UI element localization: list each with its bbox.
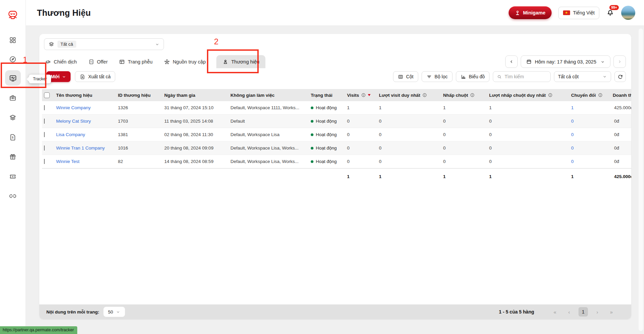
avatar[interactable] (621, 6, 635, 20)
sidebar-item-campaign-layers[interactable] (9, 114, 17, 123)
last-page-button[interactable]: » (607, 307, 616, 317)
workspace: Default, Workspace Lisa (230, 132, 311, 137)
page-title: Thương Hiệu (37, 8, 91, 18)
brand-name-link[interactable]: Winnie Company (56, 105, 118, 110)
tracker-pulse-icon (9, 74, 17, 82)
unique-clicks: 1 (489, 105, 571, 110)
tab-trang-pheu[interactable]: Trang phễu (118, 55, 153, 68)
sidebar-item-dashboard[interactable] (9, 36, 17, 45)
conversions-link[interactable]: 0 (571, 132, 613, 137)
row-checkbox[interactable] (44, 119, 45, 124)
date-next-button[interactable] (613, 55, 626, 68)
tab-chien-dich[interactable]: Chiến dịch (44, 55, 78, 68)
calendar-icon (526, 59, 532, 65)
brand-name-link[interactable]: Melony Cat Story (56, 119, 118, 124)
header-doanh-thu[interactable]: Doanh thu (613, 93, 631, 98)
notifications-button[interactable]: 99+ (606, 8, 614, 18)
unique-visits: 0 (379, 159, 443, 164)
brand-name-link[interactable]: Lisa Company (56, 132, 118, 137)
language-button[interactable]: ★ Tiếng Việt (558, 7, 600, 19)
layers-small-icon (48, 41, 54, 47)
export-all-label: Xuất tất cả (88, 74, 111, 79)
sidebar-item-invoice[interactable]: $ (9, 133, 17, 142)
svg-text:★: ★ (12, 175, 14, 178)
header-ten-thuong-hieu[interactable]: Tên thương hiệu (56, 93, 118, 98)
table-row: Lisa Company 1381 02 tháng 08, 2024 11:3… (42, 128, 631, 141)
tab-nguon-truy-cap[interactable]: Nguồn truy cập (163, 55, 206, 68)
revenue: 0đ (613, 159, 631, 164)
first-page-button[interactable]: « (550, 307, 560, 317)
conversions-link[interactable]: 1 (571, 105, 613, 110)
refresh-button[interactable] (614, 71, 626, 82)
summary-row: 1 1 1 1 1 425.000đ (42, 168, 631, 184)
layers-icon (9, 114, 17, 122)
sidebar-item-explore[interactable] (9, 55, 17, 65)
next-page-button[interactable]: › (593, 307, 602, 317)
row-checkbox[interactable] (44, 132, 45, 137)
columns-button[interactable]: Cột (393, 71, 418, 82)
status-badge: Hoạt động (311, 159, 347, 164)
clicks: 0 (443, 145, 489, 151)
search-input[interactable] (505, 74, 542, 79)
row-checkbox[interactable] (44, 145, 45, 151)
header-visits[interactable]: Visits (347, 93, 379, 98)
sidebar-item-coupon[interactable]: ★ (9, 173, 17, 182)
header-nhap-chuot[interactable]: Nhấp chuột (443, 93, 489, 98)
revenue: 0đ (613, 132, 631, 137)
status-dot (311, 133, 313, 136)
brand-id: 1703 (118, 119, 164, 124)
sidebar-item-gift[interactable] (9, 153, 17, 162)
status-badge: Hoạt động (311, 119, 347, 124)
header-trang-thai[interactable]: Trạng thái (311, 93, 347, 98)
info-icon (548, 93, 553, 97)
visits: 1 (347, 105, 379, 110)
brand-name-link[interactable]: Winnie Tran 1 Company (56, 145, 118, 151)
current-page-button[interactable]: 1 (578, 307, 588, 317)
brand-name-link[interactable]: Winnie Test (56, 159, 118, 164)
select-all-checkbox[interactable] (44, 92, 50, 98)
date-prev-button[interactable] (505, 55, 518, 68)
date-range-button[interactable]: Hôm nay: 17 tháng 03, 2025 (521, 55, 610, 68)
network-nodes-icon (164, 59, 170, 65)
svg-text:%: % (90, 61, 92, 63)
row-checkbox[interactable] (44, 105, 45, 110)
tab-thuong-hieu-active[interactable]: Thương hiệu (216, 55, 265, 68)
header-ngay-tham-gia[interactable]: Ngày tham gia (164, 93, 230, 98)
status-dot (311, 120, 313, 123)
prev-page-button[interactable]: ‹ (564, 307, 574, 317)
filter-label: Bộ lọc (435, 74, 448, 79)
funnel-page-icon (119, 59, 125, 65)
conversions-link[interactable]: 0 (571, 159, 613, 164)
chevron-down-icon (602, 74, 607, 79)
header-luot-visit-duy-nhat[interactable]: Lượt visit duy nhất (379, 93, 443, 98)
tab-label: Chiến dịch (54, 59, 77, 65)
header-chuyen-doi[interactable]: Chuyển đổi (571, 93, 613, 98)
app-logo[interactable] (7, 9, 19, 23)
tab-offer[interactable]: % Offer (88, 55, 109, 68)
page-scrollbar[interactable] (639, 29, 643, 331)
export-all-button[interactable]: Xuất tất cả (75, 71, 115, 82)
column-scope-select[interactable]: Tất cả cột (554, 71, 611, 82)
header-luot-nhap-chuot-duy-nhat[interactable]: Lượt nhấp chuột duy nhất (489, 93, 571, 98)
scope-filter-select[interactable]: Tất cả (44, 38, 164, 50)
minigame-button[interactable]: Minigame (509, 6, 552, 19)
select-all-cell (42, 92, 56, 98)
sidebar-item-workspace[interactable] (9, 94, 17, 103)
chevron-down-icon (62, 75, 66, 79)
columns-icon (398, 74, 403, 80)
conversions-link[interactable]: 0 (571, 119, 613, 124)
table-row: Winnie Tran 1 Company 1016 20 tháng 08, … (42, 141, 631, 155)
per-page-select[interactable]: 50 (103, 307, 125, 317)
header-khong-gian-lam-viec[interactable]: Không gian làm việc (230, 93, 311, 98)
conversions-link[interactable]: 0 (571, 145, 613, 151)
unique-clicks: 0 (489, 119, 571, 124)
filter-button[interactable]: Bộ lọc (422, 71, 453, 82)
row-checkbox[interactable] (44, 159, 45, 164)
header-id-thuong-hieu[interactable]: ID thương hiệu (118, 93, 164, 98)
sidebar-item-tracker-active[interactable] (5, 70, 21, 86)
topbar: Thương Hiệu Minigame ★ Tiếng Việt 99+ (26, 0, 644, 26)
brand-id: 82 (118, 159, 164, 164)
joined-date: 14 tháng 08, 2024 08:59 (164, 159, 230, 164)
sidebar-item-links[interactable] (9, 192, 17, 201)
chart-button[interactable]: Biểu đồ (456, 71, 489, 82)
